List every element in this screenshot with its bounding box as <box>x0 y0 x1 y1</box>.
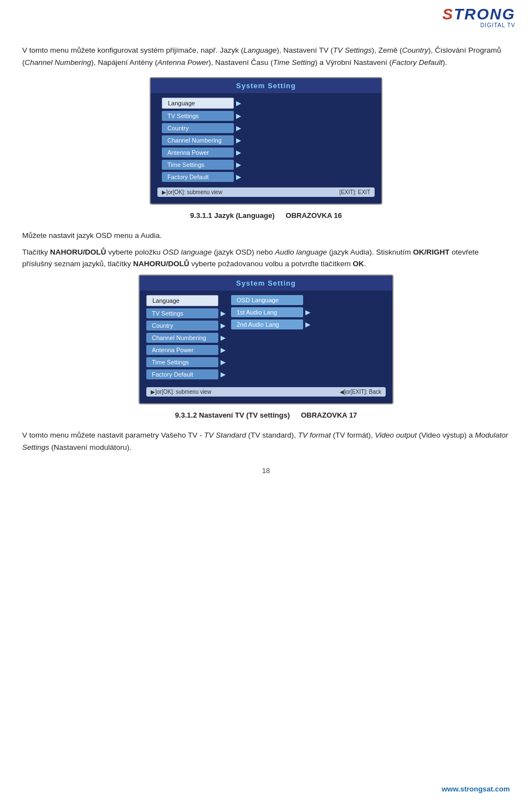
tvsettings-text: V tomto menu můžete nastavit parametry V… <box>22 429 510 453</box>
screen17-title: System Setting <box>140 276 392 291</box>
list-item: 2nd Audio Lang ▶ <box>231 319 310 329</box>
menu-language: Language <box>162 98 234 109</box>
menu17-factory-default: Factory Default <box>146 369 218 379</box>
menu-antenna-power: Antenna Power <box>162 148 234 158</box>
list-item: 1st Audio Lang ▶ <box>231 307 310 317</box>
logo: STRONG DIGITAL TV <box>442 6 515 28</box>
caption17-label: OBRAZOVKA 17 <box>301 411 357 419</box>
screen16-footer: ▶]or[OK]: submenu view [EXIT]: EXIT <box>157 187 375 197</box>
screen17-right-menu: OSD Language 1st Audio Lang ▶ 2nd Audio … <box>231 295 310 382</box>
list-item: Time Settings ▶ <box>146 357 226 367</box>
screen17-left-menu: Language TV Settings ▶ Country ▶ Channel… <box>146 295 226 382</box>
screen16-mockup: System Setting Language ▶ TV Settings ▶ … <box>150 77 382 205</box>
caption16-row: 9.3.1.1 Jazyk (Language) OBRAZOVKA 16 <box>22 211 510 220</box>
list-item: TV Settings ▶ <box>162 111 370 121</box>
list-item: Language <box>146 295 226 306</box>
list-item: Channel Numbering ▶ <box>162 135 370 145</box>
screen17-mockup: System Setting Language TV Settings ▶ Co… <box>139 275 393 404</box>
menu17-antenna-power: Antenna Power <box>146 345 218 355</box>
list-item: OSD Language <box>231 295 310 305</box>
menu-country: Country <box>162 123 234 133</box>
screen16-title: System Setting <box>151 78 381 93</box>
caption17-row: 9.3.1.2 Nastavení TV (TV settings) OBRAZ… <box>22 411 510 419</box>
caption16-label: OBRAZOVKA 16 <box>286 211 342 220</box>
page-number: 18 <box>22 466 510 475</box>
footer-left: ▶]or[OK]: submenu view <box>162 189 222 195</box>
list-item: Country ▶ <box>146 321 226 331</box>
menu17-osd-language: OSD Language <box>231 295 303 305</box>
menu-factory-default: Factory Default <box>162 172 234 182</box>
footer-right: [EXIT]: EXIT <box>339 189 370 195</box>
list-item: Factory Default ▶ <box>162 172 370 182</box>
menu-time-settings: Time Settings <box>162 160 234 170</box>
language-text2: Tlačítky NAHORU/DOLŮ vyberte položku OSD… <box>22 246 510 270</box>
list-item: Antenna Power ▶ <box>162 148 370 158</box>
menu-channel-numbering: Channel Numbering <box>162 135 234 145</box>
footer17-left: ▶]or[OK]: submenu view <box>151 389 211 395</box>
section-label-931: 9.3.1.1 Jazyk (Language) <box>190 211 274 220</box>
menu17-language: Language <box>146 295 218 306</box>
menu17-1st-audio: 1st Audio Lang <box>231 307 303 317</box>
list-item: Factory Default ▶ <box>146 369 226 379</box>
footer17-right: ◀]or[EXIT]: Back <box>340 389 381 395</box>
menu17-time-settings: Time Settings <box>146 357 218 367</box>
screen16-menu: Language ▶ TV Settings ▶ Country ▶ Chann… <box>151 98 381 182</box>
language-text1: Můžete nastavit jazyk OSD menu a Audia. <box>22 230 510 242</box>
menu-tv-settings: TV Settings <box>162 111 234 121</box>
list-item: Time Settings ▶ <box>162 160 370 170</box>
intro-paragraph: V tomto menu můžete konfigurovat systém … <box>22 44 510 68</box>
list-item: Language ▶ <box>162 98 370 109</box>
screen17-footer: ▶]or[OK]: submenu view ◀]or[EXIT]: Back <box>146 387 386 397</box>
menu17-country: Country <box>146 321 218 331</box>
list-item: Antenna Power ▶ <box>146 345 226 355</box>
menu17-2nd-audio: 2nd Audio Lang <box>231 319 303 329</box>
list-item: Channel Numbering ▶ <box>146 333 226 343</box>
list-item: TV Settings ▶ <box>146 308 226 318</box>
website-link: www.strongsat.com <box>442 785 510 793</box>
list-item: Country ▶ <box>162 123 370 133</box>
logo-text: STRONG <box>442 6 515 23</box>
section-label-932: 9.3.1.2 Nastavení TV (TV settings) <box>175 411 290 419</box>
menu17-channel-numbering: Channel Numbering <box>146 333 218 343</box>
menu17-tv-settings: TV Settings <box>146 308 218 318</box>
